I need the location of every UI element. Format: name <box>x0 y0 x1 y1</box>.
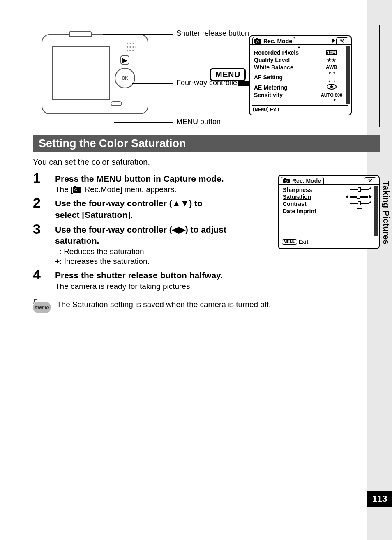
memo-block: memo The Saturation setting is saved whe… <box>33 300 380 313</box>
lcd2-row-saturation: Saturation-+ <box>283 194 372 200</box>
camera-icon <box>73 187 81 193</box>
camera-illustration: ∘∘∘∘∘∘∘∘∘∘ ▶ OK <box>42 34 148 114</box>
lcd2-footer: MENUExit <box>281 238 376 246</box>
step-1-num: 1 <box>33 171 55 185</box>
step-4-title: Press the shutter release button halfway… <box>55 270 228 281</box>
lcd1-tools-tab: ⚒ <box>336 37 348 44</box>
lcd1-tab-label: Rec. Mode <box>263 38 292 44</box>
step-3-sub2: +: Increases the saturation. <box>55 257 273 266</box>
diagram-box: ∘∘∘∘∘∘∘∘∘∘ ▶ OK Shutter release button F… <box>33 25 380 127</box>
lcd1-row-sensitivity: SensitivityAUTO 800 <box>254 91 344 99</box>
slider-icon: -+ <box>350 201 369 205</box>
tab-arrow-icon <box>332 39 335 43</box>
step-4: 4 Press the shutter release button halfw… <box>33 268 273 291</box>
callout-shutter-text: Shutter release button <box>176 29 249 37</box>
tools-icon: ⚒ <box>368 178 373 184</box>
lcd2-row-contrast: Contrast-+ <box>283 200 372 208</box>
lcd1-row-quality: Quality Level★★ <box>254 56 344 64</box>
menu-button-shape <box>111 101 122 106</box>
step-3: 3 Use the four-way controller (◀▶) to ad… <box>33 222 273 266</box>
lcd1-exit-label: Exit <box>270 106 279 113</box>
lcd1-active-tab: Rec. Mode <box>252 37 295 44</box>
memo-text: The Saturation setting is saved when the… <box>57 300 271 309</box>
step-2-title: Use the four-way controller (▲▼) to sele… <box>55 198 228 220</box>
step-3-sub1: –: Reduces the saturation. <box>55 247 273 256</box>
section-heading: Setting the Color Saturation <box>33 135 380 152</box>
lcd1-row-recorded-pixels: Recorded Pixels10M <box>254 49 344 56</box>
step-4-desc: The camera is ready for taking pictures. <box>55 282 273 291</box>
menu-badge-small: MENU <box>253 107 268 112</box>
step-3-num: 3 <box>33 222 55 236</box>
menu-badge-small: MENU <box>282 239 297 245</box>
camera-icon <box>254 39 261 44</box>
lcd1-row-wb: White BalanceAWB <box>254 64 344 71</box>
play-button-shape: ▶ <box>120 55 129 65</box>
four-way-pad-shape: OK <box>115 68 135 88</box>
lcd1-row-af: AF Setting⌜ ⌝⌞ ⌟ <box>254 71 344 83</box>
tools-icon: ⚒ <box>340 38 345 44</box>
lcd1-row-ae: AE Metering <box>254 83 344 91</box>
step-list: 1 Press the MENU button in Capture mode.… <box>33 171 273 291</box>
callout-menu-text: MENU button <box>176 118 221 126</box>
camera-lcd-shape <box>52 46 110 100</box>
memo-icon: memo <box>33 302 51 313</box>
lcd-rec-mode-2: Rec. Mode ⚒ Sharpness-+ Saturation-+ Con… <box>278 175 380 249</box>
lcd2-scrollbar <box>374 186 378 236</box>
af-bracket-icon: ⌜ ⌝⌞ ⌟ <box>319 72 344 83</box>
lcd2-tab-label: Rec. Mode <box>292 178 321 184</box>
step-1-desc: The [ Rec.Mode] menu appears. <box>55 185 273 194</box>
step-2-num: 2 <box>33 196 55 210</box>
shutter-release-shape <box>69 31 92 37</box>
callout-menu: MENU button <box>176 118 221 127</box>
lcd2-exit-label: Exit <box>298 239 308 245</box>
lcd1-footer: MENUExit <box>252 105 348 113</box>
callout-shutter: Shutter release button <box>176 29 249 38</box>
step-1: 1 Press the MENU button in Capture mode.… <box>33 171 273 194</box>
step-2: 2 Use the four-way controller (▲▼) to se… <box>33 196 273 220</box>
step-3-title: Use the four-way controller (◀▶) to adju… <box>55 224 228 247</box>
slider-icon: -+ <box>350 187 369 192</box>
camera-icon <box>283 179 290 183</box>
checkbox-icon <box>357 208 362 213</box>
lcd2-rows: Sharpness-+ Saturation-+ Contrast-+ Date… <box>279 185 374 238</box>
lcd-rec-mode-1: Rec. Mode ⚒ ▾ Recorded Pixels10M Quality… <box>249 35 352 115</box>
lcd2-active-tab: Rec. Mode <box>281 177 324 184</box>
slider-icon: -+ <box>350 195 368 199</box>
lcd1-rows: ▾ Recorded Pixels10M Quality Level★★ Whi… <box>250 45 346 105</box>
intro-text: You can set the color saturation. <box>33 157 380 167</box>
metering-icon <box>327 84 337 90</box>
lcd2-tools-tab: ⚒ <box>364 177 376 184</box>
lcd1-scrollbar <box>346 46 350 104</box>
lcd2-row-sharpness: Sharpness-+ <box>283 186 372 194</box>
step-4-num: 4 <box>33 268 55 282</box>
pixels-value: 10M <box>326 50 337 55</box>
lcd2-row-date-imprint: Date Imprint <box>283 208 372 215</box>
menu-badge: MENU <box>210 68 246 81</box>
speaker-dots: ∘∘∘∘∘∘∘∘∘∘ <box>126 42 138 52</box>
step-1-title: Press the MENU button in Capture mode. <box>55 173 273 184</box>
